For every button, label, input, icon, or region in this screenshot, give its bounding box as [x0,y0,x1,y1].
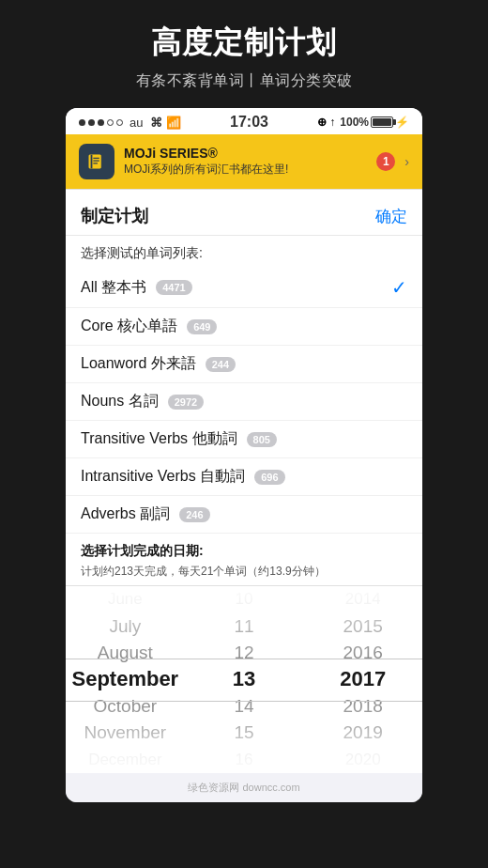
notification-badge: 1 [376,152,395,171]
notification-banner[interactable]: MOJi SERIES® MOJi系列的所有词汇书都在这里! 1 › [66,134,422,189]
picker-item[interactable]: 14 [185,693,304,720]
word-list-item[interactable]: Transitive Verbs 他動詞 805 [66,421,422,458]
battery-percent: 100% [340,116,369,129]
word-count-badge: 2972 [168,395,204,410]
moji-app-icon [79,144,114,179]
word-count-badge: 244 [206,357,236,372]
confirm-button[interactable]: 确定 [375,206,407,227]
word-list-left: Loanword 外来語 244 [81,354,407,374]
picker-item[interactable]: September [66,666,185,692]
picker-item[interactable]: 2020 [303,747,422,773]
word-list-name: Nouns 名詞 [81,392,159,411]
word-list-name: Adverbs 副詞 [81,504,170,524]
picker-item[interactable]: 2017 [303,666,422,692]
battery-indicator: 100% ⚡ [340,116,409,129]
notif-description: MOJi系列的所有词汇书都在这里! [124,162,367,178]
dot-1 [79,119,85,126]
picker-item[interactable]: 12 [185,640,304,666]
word-list-left: Core 核心单語 649 [81,317,407,336]
notif-title: MOJi SERIES® [124,146,367,161]
word-count-badge: 649 [187,319,217,334]
month-picker-column[interactable]: JuneJulyAugustSeptemberOctoberNovemberDe… [66,586,185,773]
dot-5 [116,119,123,126]
phone-frame: au ⌘︎ 📶 17:03 ⊕ ↑ 100% ⚡ [66,108,422,802]
word-list-item[interactable]: Nouns 名詞 2972 [66,383,422,421]
bottom-bar [0,838,488,868]
plan-header: 制定计划 确定 [66,190,422,236]
picker-item[interactable]: 10 [185,586,304,612]
checkmark-icon: ✓ [391,276,407,299]
book-icon [86,151,107,172]
notification-content: MOJi SERIES® MOJi系列的所有词汇书都在这里! [124,146,367,178]
word-list-left: Intransitive Verbs 自動詞 696 [81,467,407,487]
word-list-item[interactable]: Intransitive Verbs 自動詞 696 [66,458,422,496]
svg-rect-1 [91,155,93,169]
hero-subtitle: 有条不紊背单词丨单词分类突破 [19,71,469,91]
picker-item[interactable]: 15 [185,720,304,746]
time-display: 17:03 [230,114,268,131]
dot-2 [88,119,95,126]
picker-item[interactable]: 2015 [303,612,422,639]
picker-item[interactable]: 2018 [303,693,422,720]
hero-section: 高度定制计划 有条不紊背单词丨单词分类突破 [0,0,488,108]
word-list-left: Nouns 名詞 2972 [81,392,407,411]
date-description: 计划约213天完成，每天21个单词（约13.9分钟） [66,564,422,585]
signal-dots: au ⌘︎ 📶 [79,116,181,130]
status-right: ⊕ ↑ 100% ⚡ [317,116,409,129]
picker-item[interactable]: 13 [185,666,304,692]
hero-title: 高度定制计划 [19,23,469,64]
status-bar: au ⌘︎ 📶 17:03 ⊕ ↑ 100% ⚡ [66,108,422,134]
word-list-container: All 整本书 4471 ✓ Core 核心单語 649 Loanword 外来… [66,268,422,534]
word-list-name: Intransitive Verbs 自動詞 [81,467,245,487]
word-list-name: Core 核心单語 [81,317,177,336]
word-count-badge: 4471 [156,280,191,295]
day-picker-column[interactable]: 10111213141516 [185,586,304,773]
picker-item[interactable]: December [66,747,185,773]
carrier-label: au [130,116,143,130]
word-list-item[interactable]: All 整本书 4471 ✓ [66,268,422,308]
dot-4 [107,119,114,126]
location-icon: ⊕ ↑ [317,116,335,129]
word-list-item[interactable]: Adverbs 副詞 246 [66,496,422,534]
lightning-icon: ⚡ [395,116,409,129]
watermark-text: 绿色资源网 downcc.com [188,782,299,793]
word-list-section-label: 选择测试的单词列表: [66,236,422,268]
word-list-left: Adverbs 副詞 246 [81,504,407,524]
word-list-name: All 整本书 [81,278,146,298]
picker-item[interactable]: June [66,586,185,612]
chevron-right-icon: › [404,154,409,169]
picker-item[interactable]: 2019 [303,720,422,746]
watermark: 绿色资源网 downcc.com [66,773,422,802]
picker-item[interactable]: 2016 [303,640,422,666]
picker-item[interactable]: November [66,720,185,746]
year-picker-column[interactable]: 2014201520162017201820192020 [303,586,422,773]
picker-item[interactable]: 16 [185,747,304,773]
dot-3 [98,119,104,126]
word-list-item[interactable]: Core 核心单語 649 [66,308,422,346]
word-count-badge: 696 [254,470,284,485]
calendar-picker[interactable]: JuneJulyAugustSeptemberOctoberNovemberDe… [66,585,422,773]
picker-item[interactable]: August [66,640,185,666]
battery-fill [373,118,391,126]
picker-item[interactable]: July [66,612,185,639]
picker-item[interactable]: 2014 [303,586,422,612]
battery-icon [371,116,393,128]
word-list-item[interactable]: Loanword 外来語 244 [66,346,422,383]
word-count-badge: 805 [247,432,277,447]
picker-item[interactable]: 11 [185,612,304,639]
wifi-icon: ⌘︎ 📶 [150,116,181,130]
word-list-left: All 整本书 4471 [81,278,391,298]
word-list-name: Loanword 外来語 [81,354,196,374]
date-section-label: 选择计划完成的日期: [66,534,422,564]
word-list-left: Transitive Verbs 他動詞 805 [81,429,407,449]
picker-item[interactable]: October [66,693,185,720]
word-count-badge: 246 [179,507,209,522]
plan-title: 制定计划 [81,205,148,227]
main-content: 制定计划 确定 选择测试的单词列表: All 整本书 4471 ✓ Core 核… [66,189,422,773]
word-list-name: Transitive Verbs 他動詞 [81,429,237,449]
